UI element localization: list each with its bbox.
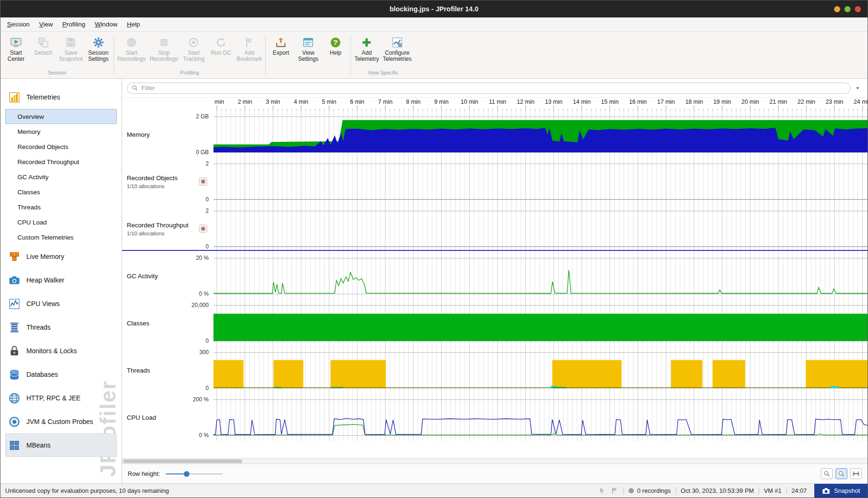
svg-text:4 min: 4 min xyxy=(294,99,309,105)
titlebar: blocking.jps - JProfiler 14.0 xyxy=(0,0,868,17)
slider-thumb[interactable] xyxy=(184,471,189,477)
start-center-button[interactable]: StartCenter xyxy=(2,34,30,64)
sidebar-section-label: CPU Views xyxy=(26,300,60,307)
zoom-out-button[interactable] xyxy=(821,468,833,479)
row-height-bar: Row height: xyxy=(122,464,868,483)
help-button[interactable]: ?Help xyxy=(322,34,349,58)
minimize-button[interactable] xyxy=(834,6,840,12)
horizontal-scrollbar[interactable] xyxy=(122,458,868,464)
view-settings-button[interactable]: ViewSettings xyxy=(295,34,322,64)
row-height-slider[interactable] xyxy=(166,470,222,478)
session-settings-button[interactable]: SessionSettings xyxy=(85,34,112,64)
y-axis-max-label: 300 xyxy=(198,349,210,356)
telemetry-row-classes[interactable]: Classes20,0000 xyxy=(122,299,868,347)
telemetry-row-gc-activity[interactable]: GC Activity20 %0 % xyxy=(122,252,868,299)
telemetry-plot-classes[interactable] xyxy=(213,299,868,347)
y-axis-min-label: 0 xyxy=(205,385,210,391)
menu-window[interactable]: Window xyxy=(90,17,122,31)
sidebar-section-label: Monitors & Locks xyxy=(26,347,77,355)
maximize-button[interactable] xyxy=(844,6,851,12)
stop-icon xyxy=(158,36,170,49)
sidebar-subitem-memory[interactable]: Memory xyxy=(0,124,122,139)
row-bottom-line xyxy=(122,152,868,153)
snapshot-indicator[interactable]: Snapshot xyxy=(814,484,868,498)
close-button[interactable] xyxy=(855,6,861,12)
y-axis-max-label: 2 xyxy=(205,160,210,167)
svg-text:11 min: 11 min xyxy=(489,99,507,105)
sidebar-subitem-overview[interactable]: Overview xyxy=(5,109,117,124)
sidebar-item-cpu-views[interactable]: CPU Views xyxy=(0,292,122,315)
telemetry-row-memory[interactable]: Memory2 GB0 GB xyxy=(122,111,868,158)
toolbar-button-label: SessionSettings xyxy=(88,50,108,62)
filter-dropdown-button[interactable] xyxy=(852,83,863,94)
sidebar-subitem-recorded-objects[interactable]: Recorded Objects xyxy=(0,139,122,154)
telemetry-plot-recorded-objects[interactable] xyxy=(213,158,868,205)
telemetry-plot-recorded-throughput[interactable] xyxy=(213,205,868,252)
sidebar-subitem-threads[interactable]: Threads xyxy=(0,199,122,215)
menu-help[interactable]: Help xyxy=(122,17,145,31)
menu-profiling[interactable]: Profiling xyxy=(57,17,90,31)
telemetry-row-recorded-objects[interactable]: Recorded Objects1/10 allocations20 xyxy=(122,158,868,205)
sidebar-item-heap-walker[interactable]: Heap Walker xyxy=(0,268,122,292)
row-label-memory: Memory2 GB0 GB xyxy=(122,111,213,158)
y-axis-min-label: 0 xyxy=(205,196,210,203)
svg-text:7 min: 7 min xyxy=(378,99,393,105)
telemetry-plot-memory[interactable] xyxy=(213,111,868,158)
sidebar-subitem-custom-telemetries[interactable]: Custom Telemetries xyxy=(0,230,122,245)
telemetry-plot-gc-activity[interactable] xyxy=(213,252,868,299)
sidebar-item-databases[interactable]: Databases xyxy=(0,363,122,386)
sidebar-section-label: JVM & Custom Probes xyxy=(26,418,93,425)
toolbar-separator xyxy=(351,35,351,75)
row-label-recorded-objects: Recorded Objects1/10 allocations20 xyxy=(122,158,213,205)
row-bottom-line xyxy=(122,435,868,436)
telemetry-row-threads[interactable]: Threads3000 xyxy=(122,347,868,394)
telemetry-row-cpu-load[interactable]: CPU Load200 %0 % xyxy=(122,394,868,441)
export-button[interactable]: Export xyxy=(267,34,295,58)
timeline-ruler: 1 min2 min3 min4 min5 min6 min7 min8 min… xyxy=(213,98,868,111)
row-label-gc-activity: GC Activity20 %0 % xyxy=(122,252,213,299)
row-height-label: Row height: xyxy=(128,470,160,477)
sidebar-subitem-cpu-load[interactable]: CPU Load xyxy=(0,215,122,230)
svg-text:6 min: 6 min xyxy=(350,99,365,105)
sidebar-item-telemetries[interactable]: Telemetries xyxy=(0,85,122,109)
sidebar-item-live-memory[interactable]: Live Memory xyxy=(0,245,122,268)
sidebar-item-threads-view[interactable]: Threads xyxy=(0,315,122,339)
sidebar-item-mbeans[interactable]: MBeans xyxy=(5,433,117,457)
toolbar-button-label: StartRecordings xyxy=(117,50,146,62)
toolbar-button-label: Export xyxy=(273,50,289,56)
telemetry-plot-cpu-load[interactable] xyxy=(213,394,868,441)
add-telemetry-button[interactable]: AddTelemetry xyxy=(352,34,381,64)
status-separator xyxy=(759,487,759,495)
chart-filler xyxy=(122,441,868,458)
menu-view[interactable]: View xyxy=(34,17,57,31)
toolbar-button-label: StartTracking xyxy=(183,50,205,62)
menu-session[interactable]: Session xyxy=(2,17,34,31)
filter-input[interactable]: Filter xyxy=(127,83,851,94)
configure-telemetries-button[interactable]: ConfigureTelemetries xyxy=(381,34,413,64)
svg-text:2 min: 2 min xyxy=(237,99,252,105)
sidebar-item-jvm-custom-probes[interactable]: JVM & Custom Probes xyxy=(0,410,122,433)
run-gc-icon xyxy=(215,36,227,49)
sidebar-item-monitors-locks[interactable]: Monitors & Locks xyxy=(0,339,122,363)
svg-text:1 min: 1 min xyxy=(213,99,224,105)
sidebar-item-http-rpc-jee[interactable]: HTTP, RPC & JEE xyxy=(0,386,122,410)
zoom-in-button[interactable] xyxy=(835,468,847,479)
sidebar-subitem-classes[interactable]: Classes xyxy=(0,184,122,199)
recordings-status[interactable]: 0 recordings xyxy=(629,487,671,494)
telemetry-row-recorded-throughput[interactable]: Recorded Throughput1/10 allocations20 xyxy=(122,205,868,252)
bookmark-flag-icon[interactable] xyxy=(611,487,619,495)
row-top-line xyxy=(122,164,868,164)
sidebar-subitem-recorded-throughput[interactable]: Recorded Throughput xyxy=(0,154,122,169)
svg-text:16 min: 16 min xyxy=(629,99,647,105)
telemetries-icon xyxy=(8,91,21,104)
record-allocations-icon[interactable] xyxy=(198,224,208,233)
sidebar-subitem-gc-activity[interactable]: GC Activity xyxy=(0,169,122,184)
detach-button: Detach xyxy=(30,34,57,58)
telemetry-plot-threads[interactable] xyxy=(213,347,868,394)
tracking-pointer-icon[interactable] xyxy=(598,487,606,495)
fit-timeline-button[interactable] xyxy=(850,468,862,479)
record-allocations-icon[interactable] xyxy=(198,177,208,186)
status-elapsed: 24:07 xyxy=(792,487,807,494)
horizontal-scrollbar-thumb[interactable] xyxy=(123,459,242,463)
threads-icon xyxy=(8,321,21,334)
